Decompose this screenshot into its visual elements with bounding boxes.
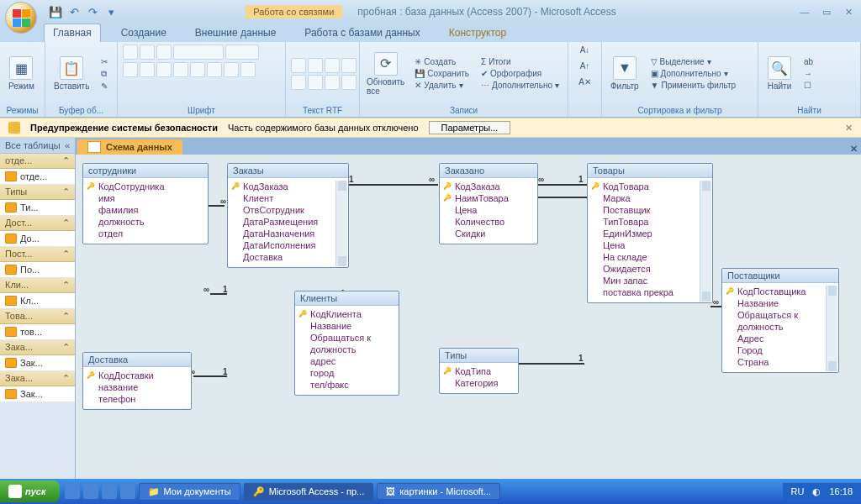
selection-button[interactable]: ▽ Выделение ▾ <box>647 56 740 67</box>
field[interactable]: фамилия <box>90 204 201 216</box>
office-button[interactable] <box>5 2 37 34</box>
minimize-button[interactable]: ― <box>797 6 812 18</box>
brush-icon[interactable]: ✎ <box>98 81 111 92</box>
field[interactable]: Количество <box>446 216 531 228</box>
totals-button[interactable]: Σ Итоги <box>478 56 563 67</box>
table-postavshiki[interactable]: ПоставщикиКодПоставщикаНазваниеОбращатьс… <box>721 268 839 373</box>
field[interactable]: Цена <box>446 204 531 216</box>
spelling-button[interactable]: ✔ Орфография <box>478 68 563 79</box>
goto-icon[interactable]: → <box>800 68 816 79</box>
select-icon[interactable]: ☐ <box>800 80 816 91</box>
copy-icon[interactable]: ⧉ <box>98 68 111 80</box>
field[interactable]: ДатаИсполнения <box>235 239 341 251</box>
nav-table-item[interactable]: Зак... <box>0 355 75 371</box>
field[interactable]: должность <box>302 344 392 355</box>
table-header[interactable]: Доставка <box>83 353 191 367</box>
table-dostavka[interactable]: ДоставкаКодДоставкиназваниетелефон <box>82 352 192 410</box>
close-doc-icon[interactable]: ✕ <box>846 144 861 155</box>
field[interactable]: отдел <box>90 228 201 239</box>
table-zakazy[interactable]: ЗаказыКодЗаказаКлиентОтвСотрудникДатаРаз… <box>227 163 349 268</box>
navigation-pane[interactable]: Все таблицы« отде...⌃отде...Типы⌃Ти...До… <box>0 138 76 480</box>
field[interactable]: должность <box>729 321 832 333</box>
field[interactable]: КодДоставки <box>90 370 184 381</box>
field[interactable]: ЕдинИзмер <box>594 228 705 239</box>
field[interactable]: адрес <box>302 355 392 367</box>
refresh-button[interactable]: ⟳Обновить все <box>365 50 406 97</box>
advanced-filter-button[interactable]: ▣ Дополнительно ▾ <box>647 68 740 79</box>
task-item[interactable]: 📁 Мои документы <box>139 483 240 501</box>
security-options-button[interactable]: Параметры... <box>429 121 511 134</box>
field[interactable]: Клиент <box>235 192 341 204</box>
field[interactable]: КодПоставщика <box>729 286 832 297</box>
table-header[interactable]: Заказы <box>228 164 348 178</box>
doc-tab-schema[interactable]: Схема данных <box>77 139 182 155</box>
nav-group-header[interactable]: отде...⌃ <box>0 154 75 169</box>
find-button[interactable]: 🔍Найти <box>763 55 795 92</box>
view-button[interactable]: ▦Режим <box>5 55 38 92</box>
field[interactable]: ДатаНазначения <box>235 228 341 239</box>
bold-icon[interactable] <box>123 45 138 60</box>
task-item[interactable]: 🖼 картинки - Microsoft... <box>377 483 500 500</box>
nav-header[interactable]: Все таблицы« <box>0 138 75 154</box>
toggle-filter-button[interactable]: ▼ Применить фильтр <box>647 80 740 91</box>
field[interactable]: имя <box>90 192 201 204</box>
field[interactable]: Страна <box>729 356 832 368</box>
tray-icon[interactable]: ◐ <box>812 486 821 497</box>
nav-group-header[interactable]: Дост...⌃ <box>0 216 75 231</box>
field[interactable]: НаимТовара <box>446 192 531 204</box>
table-tipy[interactable]: ТипыКодТипаКатегория <box>439 348 519 394</box>
close-button[interactable]: ✕ <box>841 6 856 18</box>
field[interactable]: ТипТовара <box>594 216 705 228</box>
table-tovary[interactable]: ТоварыКодТовараМаркаПоставщикТипТовараЕд… <box>587 163 713 303</box>
nav-group-header[interactable]: Типы⌃ <box>0 185 75 200</box>
table-header[interactable]: Поставщики <box>722 269 838 283</box>
tab-dbtools[interactable]: Работа с базами данных <box>296 24 428 42</box>
nav-table-item[interactable]: До... <box>0 231 75 247</box>
field[interactable]: Название <box>302 320 392 332</box>
field[interactable]: Доставка <box>235 251 341 263</box>
field[interactable]: Марка <box>594 192 705 204</box>
field[interactable]: КодТовара <box>594 181 705 192</box>
field[interactable]: Мин запас <box>594 275 705 286</box>
field[interactable]: ОтвСотрудник <box>235 204 341 216</box>
field[interactable]: КодТипа <box>446 365 511 377</box>
field[interactable]: должность <box>90 216 201 228</box>
delete-record-button[interactable]: ✕ Удалить ▾ <box>411 80 473 91</box>
undo-icon[interactable]: ↶ <box>67 5 81 18</box>
field[interactable]: КодКлиента <box>302 308 392 320</box>
field[interactable]: Категория <box>446 377 511 389</box>
nav-group-header[interactable]: Зака...⌃ <box>0 340 75 355</box>
nav-group-header[interactable]: Това...⌃ <box>0 309 75 324</box>
clear-sort-icon[interactable]: A✕ <box>575 76 594 87</box>
field[interactable]: ДатаРазмещения <box>235 216 341 228</box>
qat-dropdown-icon[interactable]: ▾ <box>104 5 118 18</box>
table-header[interactable]: сотрудники <box>83 164 208 178</box>
relationships-canvas[interactable]: 1∞ 1∞ ∞1 1 ∞1 ∞1 1 ∞1 ∞1 сотрудникиКодСо… <box>76 155 861 480</box>
start-button[interactable]: пуск <box>0 480 60 502</box>
tab-external[interactable]: Внешние данные <box>187 24 285 42</box>
italic-icon[interactable] <box>140 45 155 60</box>
field[interactable]: КодЗаказа <box>235 181 341 192</box>
field[interactable]: город <box>302 367 392 379</box>
sort-asc-icon[interactable]: A↓ <box>577 45 594 55</box>
table-header[interactable]: Клиенты <box>295 291 399 306</box>
filter-button[interactable]: ▼Фильтр <box>607 55 642 92</box>
redo-icon[interactable]: ↷ <box>86 5 99 18</box>
tab-constructor[interactable]: Конструктор <box>441 24 515 42</box>
more-button[interactable]: ⋯ Дополнительно ▾ <box>478 80 563 91</box>
table-header[interactable]: Товары <box>588 164 712 178</box>
field[interactable]: Обращаться к <box>729 309 832 321</box>
tab-create[interactable]: Создание <box>113 24 175 42</box>
tray-lang[interactable]: RU <box>791 486 805 496</box>
save-record-button[interactable]: 💾 Сохранить <box>411 68 473 79</box>
scrollbar[interactable] <box>826 286 837 371</box>
field[interactable]: КодСотрудника <box>90 181 201 192</box>
field[interactable]: На складе <box>594 251 705 263</box>
table-klienty[interactable]: КлиентыКодКлиентаНазваниеОбращаться кдол… <box>294 291 399 396</box>
field[interactable]: телефон <box>90 393 184 405</box>
underline-icon[interactable] <box>156 45 172 60</box>
sort-desc-icon[interactable]: A↑ <box>577 60 594 71</box>
paste-button[interactable]: 📋Вставить <box>50 55 92 92</box>
nav-table-item[interactable]: Зак... <box>0 386 75 402</box>
table-sotrudniki[interactable]: сотрудникиКодСотрудникаимяфамилиядолжнос… <box>82 163 209 244</box>
